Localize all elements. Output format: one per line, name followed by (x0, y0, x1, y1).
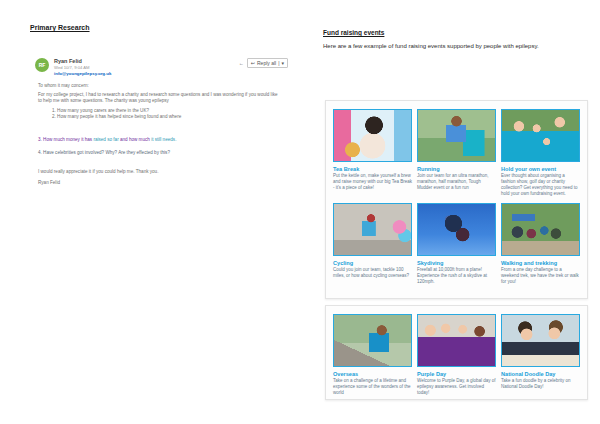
card-description: Welcome to Purple Day, a global day of e… (417, 378, 496, 396)
fundraising-intro: Here are a few example of fund raising e… (323, 42, 575, 50)
email-action-bar: ← ↩ Reply all | ▾ (239, 58, 288, 68)
email-screenshot: RF Ryan Felid Wed 10/7, 9:04 AM info@you… (28, 55, 290, 197)
avatar: RF (35, 58, 49, 72)
card-description: Could you join our team, tackle 100 mile… (333, 267, 412, 279)
fundraising-cards-panel-1: Tea Break Put the kettle on, make yourse… (325, 100, 588, 299)
card-overseas[interactable]: Overseas Take on a challenge of a lifeti… (333, 314, 412, 396)
email-question-2: 2. How many people it has helped since b… (52, 114, 296, 120)
card-description: From a one day challenge to a weekend tr… (501, 267, 580, 285)
card-national-doodle-day[interactable]: National Doodle Day Take a fun doodle by… (501, 314, 580, 396)
email-address-link[interactable]: info@youngepilepsy.org.uk (54, 71, 111, 76)
reply-options-divider: | (278, 60, 279, 66)
reply-all-button[interactable]: ↩ Reply all | ▾ (247, 58, 288, 68)
card-title[interactable]: Overseas (333, 371, 412, 377)
hold-your-own-event-photo (501, 109, 580, 162)
fundraising-heading: Fund raising events (323, 29, 384, 36)
card-description: Take a fun doodle by a celebrity on Nati… (501, 378, 580, 390)
running-photo (417, 109, 496, 162)
email-date: Wed 10/7, 9:04 AM (54, 65, 90, 70)
reply-all-icon: ↩ (251, 60, 255, 66)
purple-day-photo (417, 314, 496, 367)
tea-break-photo (333, 109, 412, 162)
card-description: Put the kettle on, make yourself a brew … (333, 173, 412, 191)
card-hold-your-own-event[interactable]: Hold your own event Ever thought about o… (501, 109, 580, 197)
email-question-list: 1. How many young carers are there in th… (52, 108, 296, 121)
card-title[interactable]: Cycling (333, 260, 412, 266)
email-question-3: 3. How much money it has raised so far a… (38, 137, 282, 143)
email-closing: I would really appreciate it if you coul… (38, 169, 282, 175)
card-purple-day[interactable]: Purple Day Welcome to Purple Day, a glob… (417, 314, 496, 396)
email-question-4: 4. Have celebrities got involved? Why? A… (38, 150, 282, 156)
email-greeting: To whom it may concern: (38, 83, 282, 89)
overseas-photo (333, 314, 412, 367)
reply-all-label: Reply all (257, 60, 276, 66)
fundraising-cards-panel-2: Overseas Take on a challenge of a lifeti… (325, 305, 588, 400)
primary-research-heading: Primary Research (30, 24, 90, 31)
card-description: Join our team for an ultra marathon, mar… (417, 173, 496, 191)
reply-icon[interactable]: ← (239, 60, 244, 66)
skydiving-photo (417, 203, 496, 256)
card-skydiving[interactable]: Skydiving Freefall at 10,000ft from a pl… (417, 203, 496, 285)
card-title[interactable]: Tea Break (333, 166, 412, 172)
card-walking-and-trekking[interactable]: Walking and trekking From a one day chal… (501, 203, 580, 285)
card-title[interactable]: Purple Day (417, 371, 496, 377)
email-intro: For my college project, I had to researc… (38, 92, 282, 105)
card-title[interactable]: National Doodle Day (501, 371, 580, 377)
card-tea-break[interactable]: Tea Break Put the kettle on, make yourse… (333, 109, 412, 197)
card-description: Ever thought about organising a fashion … (501, 173, 580, 197)
email-signature: Ryan Felid (38, 180, 282, 186)
card-title[interactable]: Skydiving (417, 260, 496, 266)
email-sender-name: Ryan Felid (54, 58, 82, 64)
card-description: Freefall at 10,000ft from a plane! Exper… (417, 267, 496, 285)
card-title[interactable]: Walking and trekking (501, 260, 580, 266)
card-description: Take on a challenge of a lifetime and ex… (333, 378, 412, 396)
cycling-photo (333, 203, 412, 256)
card-title[interactable]: Hold your own event (501, 166, 580, 172)
walking-and-trekking-photo (501, 203, 580, 256)
card-running[interactable]: Running Join our team for an ultra marat… (417, 109, 496, 197)
national-doodle-day-photo (501, 314, 580, 367)
card-title[interactable]: Running (417, 166, 496, 172)
chevron-down-icon[interactable]: ▾ (281, 60, 284, 66)
card-cycling[interactable]: Cycling Could you join our team, tackle … (333, 203, 412, 285)
